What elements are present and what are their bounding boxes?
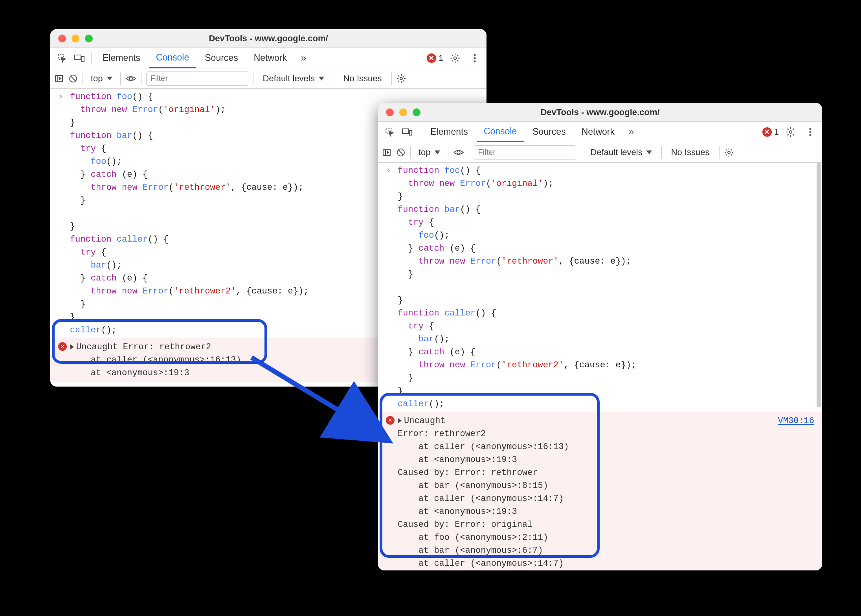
svg-point-25 <box>728 151 730 154</box>
issues-counter[interactable]: No Issues <box>666 147 714 158</box>
live-expression-icon[interactable] <box>453 148 464 156</box>
inspect-icon[interactable] <box>54 50 70 66</box>
svg-rect-14 <box>402 129 409 134</box>
disclosure-triangle-icon[interactable] <box>398 418 402 424</box>
chevron-down-icon <box>319 77 324 81</box>
traffic-lights <box>58 35 93 42</box>
log-levels-selector[interactable]: Default levels <box>258 73 329 84</box>
svg-rect-2 <box>82 57 84 61</box>
code-content: function foo() { throw new Error('origin… <box>70 90 308 337</box>
error-icon: ✕ <box>58 341 70 380</box>
sidebar-toggle-icon[interactable] <box>382 148 391 157</box>
tab-console[interactable]: Console <box>477 122 524 142</box>
error-icon: ✕ <box>386 414 398 570</box>
log-levels-selector[interactable]: Default levels <box>586 147 657 158</box>
more-tabs-icon[interactable] <box>296 50 311 66</box>
console-settings-icon[interactable] <box>724 148 734 157</box>
traffic-lights <box>386 108 420 116</box>
chevron-down-icon <box>646 150 652 154</box>
filter-input[interactable] <box>146 72 248 86</box>
clear-console-icon[interactable] <box>396 148 406 157</box>
chevron-down-icon <box>435 150 440 154</box>
error-count: 1 <box>774 127 779 137</box>
error-icon: ✕ <box>427 53 436 63</box>
input-chevron-icon: › <box>58 90 70 337</box>
kebab-menu-icon[interactable] <box>802 124 818 140</box>
settings-icon[interactable] <box>447 50 463 66</box>
maximize-button[interactable] <box>85 35 93 42</box>
svg-point-24 <box>457 151 460 154</box>
tabbar: Elements Console Sources Network ✕ 1 <box>50 48 486 68</box>
svg-line-23 <box>398 150 403 155</box>
svg-point-17 <box>810 128 811 130</box>
clear-console-icon[interactable] <box>68 74 78 83</box>
svg-point-6 <box>474 60 476 62</box>
kebab-menu-icon[interactable] <box>467 50 483 66</box>
svg-point-11 <box>129 77 132 80</box>
issues-counter[interactable]: No Issues <box>339 73 387 84</box>
input-chevron-icon: › <box>386 164 398 411</box>
console-toolbar: top Default levels No Issues <box>50 68 486 89</box>
device-toggle-icon[interactable] <box>399 124 415 140</box>
context-selector[interactable]: top <box>415 147 443 158</box>
error-count: 1 <box>439 53 443 63</box>
close-button[interactable] <box>58 35 66 42</box>
minimize-button[interactable] <box>72 35 79 42</box>
error-icon: ✕ <box>762 127 772 137</box>
svg-point-19 <box>810 134 811 136</box>
svg-point-3 <box>454 57 457 59</box>
console-input-echo: › function foo() { throw new Error('orig… <box>378 163 822 412</box>
console-body: › function foo() { throw new Error('orig… <box>378 163 822 570</box>
tab-elements[interactable]: Elements <box>95 48 147 68</box>
sidebar-toggle-icon[interactable] <box>54 74 64 83</box>
error-text: UncaughtError: rethrower2 at caller (<an… <box>398 414 822 570</box>
svg-point-5 <box>474 57 476 59</box>
more-tabs-icon[interactable] <box>623 124 639 140</box>
tab-elements[interactable]: Elements <box>423 122 475 142</box>
chevron-down-icon <box>107 77 112 81</box>
svg-point-4 <box>474 54 476 56</box>
svg-point-18 <box>810 131 811 133</box>
svg-rect-15 <box>409 130 412 135</box>
device-toggle-icon[interactable] <box>72 50 87 66</box>
console-settings-icon[interactable] <box>397 74 406 83</box>
tab-network[interactable]: Network <box>575 122 622 142</box>
code-content: function foo() { throw new Error('origin… <box>398 164 636 411</box>
tab-network[interactable]: Network <box>247 48 294 68</box>
titlebar: DevTools - www.google.com/ <box>50 29 486 48</box>
settings-icon[interactable] <box>783 124 799 140</box>
svg-point-12 <box>400 77 402 80</box>
tab-sources[interactable]: Sources <box>198 48 245 68</box>
context-selector[interactable]: top <box>88 73 116 84</box>
titlebar: DevTools - www.google.com/ <box>378 103 822 122</box>
source-link[interactable]: VM30:16 <box>778 414 814 427</box>
tabbar: Elements Console Sources Network ✕ 1 <box>378 122 822 142</box>
scrollbar[interactable] <box>817 163 821 407</box>
error-badge[interactable]: ✕ 1 <box>762 127 779 137</box>
live-expression-icon[interactable] <box>125 75 136 82</box>
close-button[interactable] <box>386 108 394 116</box>
inspect-icon[interactable] <box>382 124 398 140</box>
svg-point-16 <box>789 130 792 133</box>
window-title: DevTools - www.google.com/ <box>378 107 822 117</box>
disclosure-triangle-icon[interactable] <box>70 344 74 350</box>
console-toolbar: top Default levels No Issues <box>378 142 822 163</box>
maximize-button[interactable] <box>413 108 420 116</box>
tab-console[interactable]: Console <box>149 48 196 68</box>
window-title: DevTools - www.google.com/ <box>50 33 486 44</box>
filter-input[interactable] <box>474 145 576 160</box>
error-badge[interactable]: ✕ 1 <box>427 53 443 63</box>
svg-line-10 <box>71 76 75 81</box>
tab-sources[interactable]: Sources <box>525 122 573 142</box>
devtools-window-after: DevTools - www.google.com/ Elements Cons… <box>378 103 822 570</box>
minimize-button[interactable] <box>399 108 407 116</box>
console-error-row[interactable]: ✕ UncaughtError: rethrower2 at caller (<… <box>378 412 822 570</box>
svg-rect-1 <box>75 55 81 60</box>
